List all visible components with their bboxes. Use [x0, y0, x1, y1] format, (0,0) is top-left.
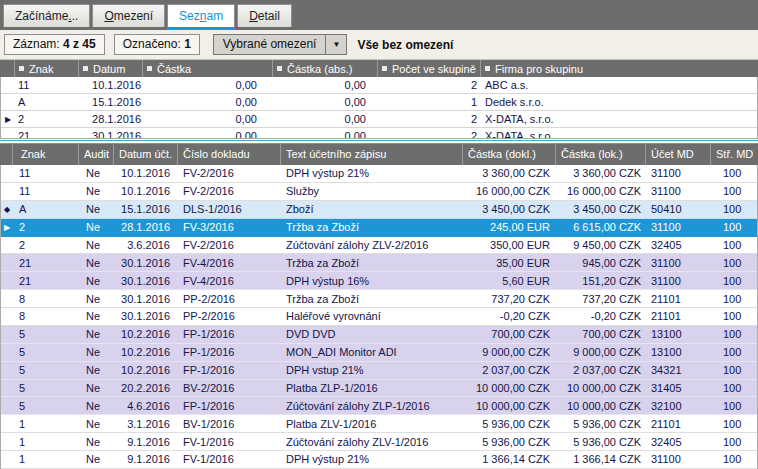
chevron-down-icon[interactable]: ▼ — [325, 35, 346, 54]
cell-audit: Ne — [79, 453, 114, 465]
toolbar: Záznam: 4 z 45 Označeno: 1 Vybrané omeze… — [0, 30, 758, 60]
main-table-row[interactable]: 8Ne30.1.2016PP-2/2016Haléřové vyrovnání-… — [1, 308, 757, 326]
cell-cislo-dokladu: FV-4/2016 — [178, 257, 281, 269]
main-table-row[interactable]: 21Ne30.1.2016FV-4/2016Tržba za Zboží35,0… — [1, 254, 757, 272]
column-header-pocet-ve-skupine[interactable]: Počet ve skupině — [377, 60, 480, 77]
main-table-row[interactable]: 1Ne9.1.2016FV-1/2016Zúčtování zálohy ZLV… — [1, 433, 757, 451]
cell-znak: 5 — [13, 346, 79, 358]
cell-castka-dokl: 700,00 CZK — [463, 328, 556, 340]
cell-castka-lok: 6 615,00 CZK — [556, 221, 646, 233]
marker-cell — [1, 128, 15, 138]
column-header-znak[interactable]: Znak — [12, 144, 78, 165]
tab-seznam[interactable]: Seznam — [167, 4, 235, 30]
cell-castka-dokl: 3 450,00 CZK — [463, 203, 556, 215]
column-header-cislo-dokladu[interactable]: Číslo dokladu — [177, 144, 280, 165]
cell-cislo-dokladu: FP-1/2016 — [178, 346, 281, 358]
column-header-datum-uct[interactable]: Datum účt. — [113, 144, 177, 165]
column-header-castka[interactable]: Částka — [142, 60, 272, 77]
cell-znak: 1 — [13, 436, 79, 448]
cell-ucet-md: 13100 — [646, 346, 711, 358]
cell-text-zapisu: Zúčtování zálohy ZLV-1/2016 — [281, 436, 463, 448]
cell-znak: 11 — [13, 167, 79, 179]
cell-datum-uct: 3.6.2016 — [114, 239, 178, 251]
cell-audit: Ne — [79, 167, 114, 179]
cell-datum-uct: 9.1.2016 — [114, 436, 178, 448]
main-table-row[interactable]: 5Ne10.2.2016FP-1/2016MON_ADI Monitor ADI… — [1, 344, 757, 362]
cell-castka: 0,00 — [143, 111, 273, 127]
cell-audit: Ne — [79, 436, 114, 448]
main-table-row[interactable]: 1Ne3.1.2016BV-1/2016Platba ZLV-1/20165 9… — [1, 415, 757, 433]
main-table-row[interactable]: 5Ne10.2.2016FP-1/2016DPH vstup 21%2 037,… — [1, 362, 757, 380]
column-header-text-zapisu[interactable]: Text účetního zápisu — [280, 144, 462, 165]
group-table-row[interactable]: ▶228.1.20160,000,002X-DATA, s.r.o. — [1, 111, 757, 128]
cell-znak: 2 — [15, 111, 79, 127]
main-table-row[interactable]: 5Ne4.6.2016FP-1/2016Zúčtování zálohy ZLP… — [1, 397, 757, 415]
cell-cislo-dokladu: FV-2/2016 — [178, 239, 281, 251]
cell-datum-uct: 30.1.2016 — [114, 310, 178, 322]
main-table-row[interactable]: ◆ANe15.1.2016DLS-1/2016Zboží3 450,00 CZK… — [1, 201, 757, 219]
cell-audit: Ne — [79, 239, 114, 251]
column-header-str-md[interactable]: Stř. MD — [710, 144, 758, 165]
main-table-row[interactable]: 5Ne20.2.2016BV-2/2016Platba ZLP-1/201610… — [1, 380, 757, 398]
active-restriction-label: Vše bez omezení — [357, 38, 453, 52]
main-table-row[interactable]: 21Ne30.1.2016FV-4/2016DPH výstup 16%5,60… — [1, 272, 757, 290]
main-table-row[interactable]: 8Ne30.1.2016PP-2/2016Tržba za Zboží737,2… — [1, 290, 757, 308]
cell-cislo-dokladu: FV-1/2016 — [178, 436, 281, 448]
marked-record-icon: ◆ — [1, 205, 13, 214]
main-table-row[interactable]: 1Ne9.1.2016FV-1/2016DPH výstup 21%1 366,… — [1, 451, 757, 469]
cell-text-zapisu: DVD DVD — [281, 328, 463, 340]
restriction-dropdown-label[interactable]: Vybrané omezení — [214, 35, 326, 54]
cell-castka-lok: 945,00 CZK — [556, 257, 646, 269]
column-header-znak[interactable]: Znak — [14, 60, 78, 77]
cell-cislo-dokladu: BV-2/2016 — [178, 382, 281, 394]
column-header-castka-dokl[interactable]: Částka (dokl.) — [462, 144, 555, 165]
group-table-header: ZnakDatumČástkaČástka (abs.)Počet ve sku… — [0, 60, 758, 77]
cell-cislo-dokladu: FP-1/2016 — [178, 328, 281, 340]
column-header-castka-lok[interactable]: Částka (lok.) — [555, 144, 645, 165]
cell-castka-dokl: 1 366,14 CZK — [463, 453, 556, 465]
cell-text-zapisu: Platba ZLP-1/2016 — [281, 382, 463, 394]
cell-castka-abs: 0,00 — [273, 128, 378, 138]
cell-str-md: 100 — [711, 382, 757, 394]
tab-detail[interactable]: Detail — [237, 4, 292, 27]
group-table-row[interactable]: 1110.1.20160,000,002ABC a.s. — [1, 77, 757, 94]
cell-str-md: 100 — [711, 167, 757, 179]
cell-znak: 2 — [13, 239, 79, 251]
main-table-row[interactable]: ▶2Ne28.1.2016FV-3/2016Tržba za Zboží245,… — [1, 219, 757, 237]
cell-text-zapisu: Zboží — [281, 203, 463, 215]
cell-audit: Ne — [79, 364, 114, 376]
cell-ucet-md: 50410 — [646, 203, 711, 215]
cell-text-zapisu: MON_ADI Monitor ADI — [281, 346, 463, 358]
tab-zaciname[interactable]: Začínáme... — [3, 4, 90, 27]
cell-ucet-md: 32405 — [646, 239, 711, 251]
cell-znak: 11 — [13, 185, 79, 197]
cell-text-zapisu: Služby — [281, 185, 463, 197]
column-header-castka-abs[interactable]: Částka (abs.) — [272, 60, 377, 77]
header-marker-cell — [0, 144, 12, 165]
tab-omezeni[interactable]: Omezení — [92, 4, 165, 27]
main-table-row[interactable]: 11Ne10.1.2016FV-2/2016DPH výstup 21%3 36… — [1, 165, 757, 183]
cell-castka-lok: -0,20 CZK — [556, 310, 646, 322]
cell-znak: 5 — [13, 382, 79, 394]
cell-cislo-dokladu: DLS-1/2016 — [178, 203, 281, 215]
main-table-row[interactable]: 5Ne10.2.2016FP-1/2016DVD DVD700,00 CZK70… — [1, 326, 757, 344]
app-window: Začínáme... Omezení Seznam Detail Záznam… — [0, 0, 758, 469]
column-header-datum[interactable]: Datum — [78, 60, 142, 77]
cell-audit: Ne — [79, 346, 114, 358]
cell-castka-dokl: 5,60 EUR — [463, 275, 556, 287]
column-header-firma-pro-skupinu[interactable]: Firma pro skupinu — [480, 60, 758, 77]
cell-castka-dokl: 16 000,00 CZK — [463, 185, 556, 197]
cell-castka-dokl: 10 000,00 CZK — [463, 382, 556, 394]
main-table-row[interactable]: 2Ne3.6.2016FV-2/2016Zúčtování zálohy ZLV… — [1, 237, 757, 255]
restriction-dropdown-button[interactable]: Vybrané omezení ▼ — [213, 34, 348, 55]
column-square-icon — [485, 66, 490, 71]
group-table-row[interactable]: 2130.1.20160,000,002X-DATA, s.r.o. — [1, 128, 757, 138]
column-header-audit[interactable]: Audit — [78, 144, 113, 165]
cell-castka-lok: 5 936,00 CZK — [556, 418, 646, 430]
cell-castka-lok: 700,00 CZK — [556, 328, 646, 340]
group-table-row[interactable]: A15.1.20160,000,001Dedek s.r.o. — [1, 94, 757, 111]
cell-ucet-md: 31100 — [646, 221, 711, 233]
column-header-ucet-md[interactable]: Účet MD — [645, 144, 710, 165]
cell-cislo-dokladu: FV-4/2016 — [178, 275, 281, 287]
main-table-row[interactable]: 11Ne10.1.2016FV-2/2016Služby16 000,00 CZ… — [1, 183, 757, 201]
